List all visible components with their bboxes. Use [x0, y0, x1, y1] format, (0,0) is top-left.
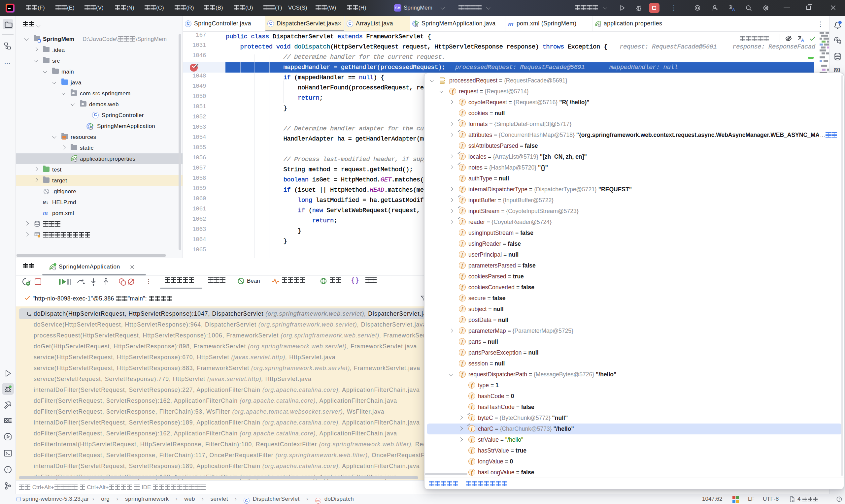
- svg-text:A: A: [801, 38, 804, 42]
- svg-text:A: A: [732, 7, 735, 12]
